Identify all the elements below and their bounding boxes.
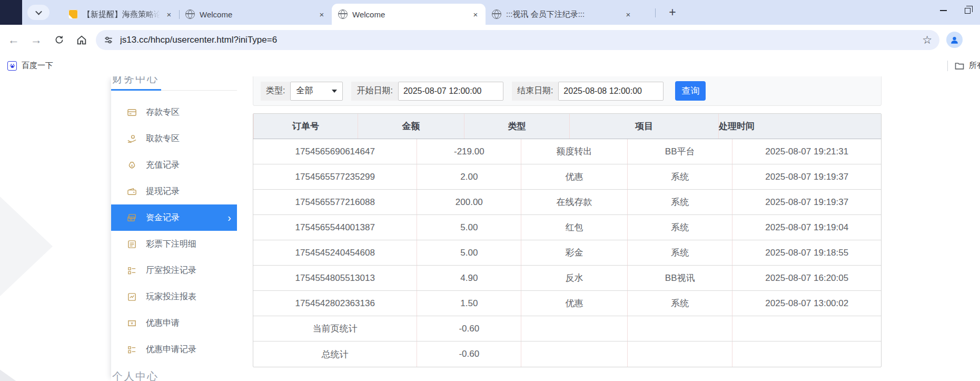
folder-icon (954, 61, 965, 71)
sidebar-item[interactable]: 优惠申请 › (111, 310, 237, 336)
type-cell: 红包 (521, 215, 627, 240)
project-cell: BB平台 (627, 139, 732, 164)
sidebar-item[interactable]: 玩家投注报表 › (111, 284, 237, 310)
home-icon (76, 34, 87, 46)
new-tab-button[interactable]: + (665, 4, 680, 20)
amount-cell: 4.90 (417, 266, 521, 290)
tab-favicon-icon (492, 9, 501, 19)
tab-close-icon[interactable]: × (623, 9, 633, 19)
project-cell: 系统 (627, 215, 732, 240)
all-bookmarks-button[interactable]: 所有书签 (954, 61, 980, 71)
baidu-favicon-icon (7, 61, 17, 71)
bookmark-item[interactable]: 百度一下 (7, 61, 53, 71)
project-cell: 系统 (627, 240, 732, 265)
sidebar-item-label: 厅室投注记录 (146, 265, 196, 276)
start-date-input[interactable]: 2025-08-07 12:00:00 (398, 82, 503, 101)
all-bookmarks-label: 所有书签 (969, 61, 980, 71)
table-row: 1754565577235299 2.00 优惠 系统 2025-08-07 1… (253, 164, 881, 190)
sidebar-item-label: 存款专区 (146, 107, 180, 118)
time-cell: 2025-08-07 16:20:05 (732, 266, 881, 290)
sidebar-item-label: 优惠申请 (146, 318, 180, 329)
sidebar-item[interactable]: 存款专区 › (111, 99, 237, 125)
address-bar[interactable]: js13.cc/hhcp/usercenter.html?iniType=6 ☆ (96, 30, 939, 50)
type-select-value: 全部 (296, 85, 313, 96)
select-caret-icon (332, 90, 337, 93)
type-cell: 额度转出 (521, 139, 627, 164)
tab-close-icon[interactable]: × (317, 9, 326, 19)
sidebar-item[interactable]: 彩票下注明细 › (111, 231, 237, 257)
start-date-label: 开始日期: (351, 82, 398, 101)
table-header-cell: 金额 (358, 114, 464, 139)
time-cell: 2025-08-07 19:19:37 (732, 190, 881, 214)
sidebar-item[interactable]: 充值记录 › (111, 152, 237, 178)
order-number-cell: 1754545240454608 (253, 240, 417, 265)
minimize-icon[interactable] (940, 10, 947, 11)
table-header-row: 订单号 金额 类型 项目 处理时间 (253, 114, 881, 139)
main-content: 类型: 全部 开始日期: 2025-08-07 12:00:00 结束日期: 2… (253, 76, 882, 367)
time-cell: 2025-08-07 13:00:02 (732, 291, 881, 316)
sidebar-item[interactable]: 厅室投注记录 › (111, 257, 237, 284)
table-row: 1754542802363136 1.50 优惠 系统 2025-08-07 1… (253, 291, 881, 316)
sidebar-item[interactable]: 优惠申请记录 › (111, 336, 237, 363)
back-button[interactable]: ← (5, 31, 23, 49)
list-squares-icon (127, 266, 137, 276)
filter-bar: 类型: 全部 开始日期: 2025-08-07 12:00:00 结束日期: 2… (253, 76, 882, 106)
browser-tab[interactable]: :::视讯 会员下注纪录::: × (486, 4, 638, 25)
order-number-cell: 1754565577235299 (253, 164, 417, 189)
order-number-cell: 1754565544001387 (253, 215, 417, 240)
table-row: 1754565690614647 -219.00 额度转出 BB平台 2025-… (253, 139, 881, 164)
url-text[interactable]: js13.cc/hhcp/usercenter.html?iniType=6 (120, 35, 922, 45)
amount-cell: 5.00 (417, 240, 521, 265)
browser-tab[interactable]: Welcome × (179, 4, 332, 25)
sidebar-item-label: 玩家投注报表 (146, 291, 196, 302)
browser-tab[interactable]: 【新提醒】海燕策略论坛综合交 × (62, 4, 179, 25)
sidebar-item[interactable]: 资金记录 › (111, 204, 237, 231)
tab-favicon-icon (68, 9, 78, 19)
reload-icon (54, 34, 65, 45)
home-button[interactable] (73, 31, 91, 49)
sidebar-item-label: 资金记录 (146, 212, 180, 223)
time-cell: 2025-08-07 19:19:37 (732, 164, 881, 189)
time-cell: 2025-08-07 19:21:31 (732, 139, 881, 164)
sidebar-item[interactable]: 取款专区 › (111, 125, 237, 152)
window-corner (0, 0, 22, 25)
sidebar-item[interactable]: 提现记录 › (111, 178, 237, 204)
sidebar-item-label: 提现记录 (146, 186, 180, 197)
bookmark-star-icon[interactable]: ☆ (922, 34, 932, 46)
site-settings-icon[interactable] (103, 35, 114, 45)
project-cell: 系统 (627, 291, 732, 316)
tab-title: :::视讯 会员下注纪录::: (506, 9, 619, 19)
reload-button[interactable] (50, 31, 68, 49)
amount-cell: 2.00 (417, 164, 521, 189)
restore-window-icon[interactable] (965, 8, 971, 14)
order-number-cell: 总统计 (253, 341, 417, 367)
type-select[interactable]: 全部 (290, 82, 343, 101)
tab-search-button[interactable] (27, 5, 50, 20)
tab-favicon-icon (185, 9, 195, 19)
sidebar-menu: 存款专区 › 取款专区 › 充值记录 › 提现记录 (111, 99, 237, 363)
bookmarks-bar: 百度一下 所有书签 (0, 55, 980, 76)
tab-close-icon[interactable]: × (164, 9, 174, 19)
profile-avatar[interactable] (946, 32, 963, 48)
browser-tab[interactable]: Welcome × (332, 4, 486, 25)
type-cell: 彩金 (521, 240, 627, 265)
table-header-cell: 处理时间 (718, 114, 755, 139)
amount-cell: -0.60 (417, 341, 521, 367)
time-cell (732, 316, 881, 341)
order-number-cell: 1754554805513013 (253, 266, 417, 290)
project-cell (627, 341, 732, 367)
chevron-right-icon: › (227, 212, 231, 223)
wallet-icon (127, 187, 137, 197)
deposit-card-icon (127, 108, 137, 118)
table-row: 当前页统计 -0.60 (253, 316, 881, 341)
tabs-row: 【新提醒】海燕策略论坛综合交 × Welcome × Welcome × :::… (62, 0, 638, 25)
project-cell: 系统 (627, 164, 732, 189)
type-label: 类型: (261, 82, 290, 101)
tab-close-icon[interactable]: × (471, 9, 480, 19)
end-date-input[interactable]: 2025-08-08 12:00:00 (558, 82, 664, 101)
forward-button[interactable]: → (27, 31, 45, 49)
table-header-cell: 项目 (569, 114, 718, 139)
project-cell: 系统 (627, 190, 732, 214)
tab-separator (655, 8, 656, 17)
query-button[interactable]: 查询 (675, 81, 706, 101)
